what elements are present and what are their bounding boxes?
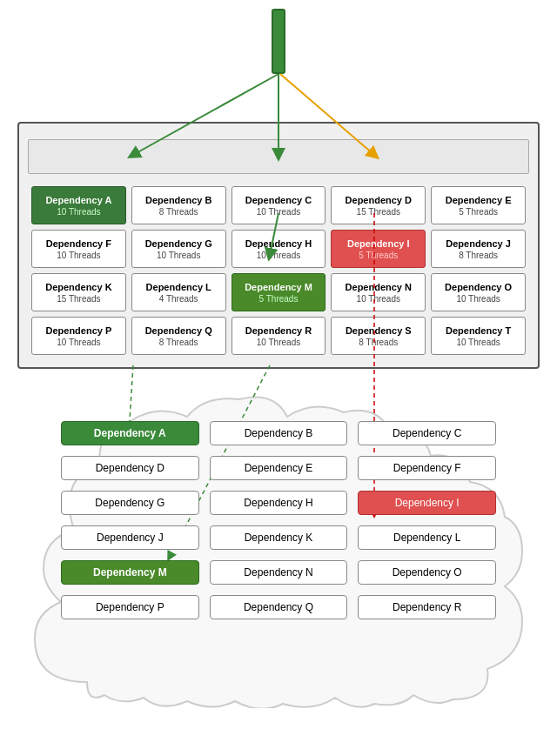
dep-threads: 10 Threads [456,294,500,304]
cloud-dep-box: Dependency J [61,525,199,550]
dep-box: Dependency I5 Threads [331,230,426,268]
dep-name: Dependency Q [145,324,212,337]
cloud-section: Dependency ADependency BDependency CDepe… [17,386,540,654]
user-request-box [272,9,285,74]
dep-name: Dependency S [346,324,412,337]
dep-threads: 8 Threads [159,207,198,217]
dep-box: Dependency B8 Threads [131,186,226,224]
dep-box: Dependency N10 Threads [331,273,426,311]
dep-threads: 10 Threads [357,294,400,304]
cloud-dep-box: Dependency F [358,456,496,480]
cloud-dep-box: Dependency I [358,491,496,515]
dep-box: Dependency D15 Threads [331,186,426,224]
dep-box: Dependency Q8 Threads [131,317,226,355]
cloud-dep-box: Dependency M [61,560,199,585]
dep-threads: 10 Threads [57,207,100,217]
dep-box: Dependency M5 Threads [232,273,326,311]
dep-name: Dependency B [145,194,211,206]
dep-box: Dependency K15 Threads [31,273,126,311]
dep-box: Dependency F10 Threads [31,230,126,268]
dep-threads: 5 Threads [459,207,498,217]
dep-box: Dependency T10 Threads [431,317,526,355]
dep-name: Dependency O [445,281,512,293]
cloud-dep-box: Dependency K [210,525,348,550]
dep-threads: 5 Threads [259,294,299,304]
dep-name: Dependency E [446,194,512,206]
dep-name: Dependency P [45,324,111,337]
main-wrapper: Dependency A10 ThreadsDependency B8 Thre… [0,0,557,663]
dep-threads: 8 Threads [159,338,198,347]
dep-box: Dependency H10 Threads [232,230,326,268]
cloud-dep-box: Dependency G [61,491,199,515]
dep-name: Dependency K [45,281,111,293]
dep-box: Dependency S8 Threads [331,317,426,355]
dep-box: Dependency J8 Threads [431,230,526,268]
cloud-dep-box: Dependency N [210,560,348,585]
cloud-dep-grid: Dependency ADependency BDependency CDepe… [61,421,496,619]
cloud-dep-box: Dependency E [210,456,348,480]
thread-box [28,139,529,174]
cloud-dep-box: Dependency C [358,421,496,445]
cloud-dep-box: Dependency O [358,560,496,585]
dep-box: Dependency L4 Threads [131,273,226,311]
dep-name: Dependency M [245,281,312,293]
cloud-dep-box: Dependency R [358,595,496,619]
dep-threads: 10 Threads [57,338,100,347]
dep-box: Dependency P10 Threads [31,317,126,355]
dep-name: Dependency D [346,194,412,206]
dep-name: Dependency C [245,194,312,206]
dep-name: Dependency G [145,238,212,250]
dep-threads: 10 Threads [257,251,300,260]
dep-name: Dependency F [46,238,111,250]
cloud-content: Dependency ADependency BDependency CDepe… [17,386,540,654]
cloud-dep-box: Dependency Q [210,595,348,619]
cloud-dep-box: Dependency B [210,421,348,445]
dep-name: Dependency L [146,281,211,293]
dep-threads: 10 Threads [57,251,100,260]
cloud-dep-box: Dependency L [358,525,496,550]
dep-threads: 15 Threads [357,207,400,217]
app-container: Dependency A10 ThreadsDependency B8 Thre… [17,122,540,369]
dep-threads: 15 Threads [57,294,100,304]
dep-box: Dependency R10 Threads [232,317,326,355]
dep-threads: 5 Threads [359,251,398,260]
dep-name: Dependency A [45,194,111,206]
dep-name: Dependency T [446,324,511,337]
dep-grid: Dependency A10 ThreadsDependency B8 Thre… [28,183,529,358]
dep-threads: 10 Threads [157,251,200,260]
cloud-dep-box: Dependency D [61,456,199,480]
cloud-dep-box: Dependency H [210,491,348,515]
dep-threads: 4 Threads [159,294,198,304]
dep-name: Dependency I [347,238,410,250]
dep-threads: 8 Threads [459,251,498,260]
dep-name: Dependency H [245,238,312,250]
dep-name: Dependency J [446,238,511,250]
user-request-area [17,9,540,78]
dep-box: Dependency A10 Threads [31,186,126,224]
dep-threads: 8 Threads [359,338,398,347]
dep-name: Dependency R [245,324,312,337]
cloud-dep-box: Dependency A [61,421,199,445]
dep-box: Dependency G10 Threads [131,230,226,268]
dep-threads: 10 Threads [257,338,300,347]
dep-name: Dependency N [346,281,412,293]
dep-threads: 10 Threads [456,338,500,347]
dep-box: Dependency O10 Threads [431,273,526,311]
dep-threads: 10 Threads [257,207,300,217]
cloud-dep-box: Dependency P [61,595,199,619]
dep-box: Dependency E5 Threads [431,186,526,224]
dep-box: Dependency C10 Threads [232,186,326,224]
